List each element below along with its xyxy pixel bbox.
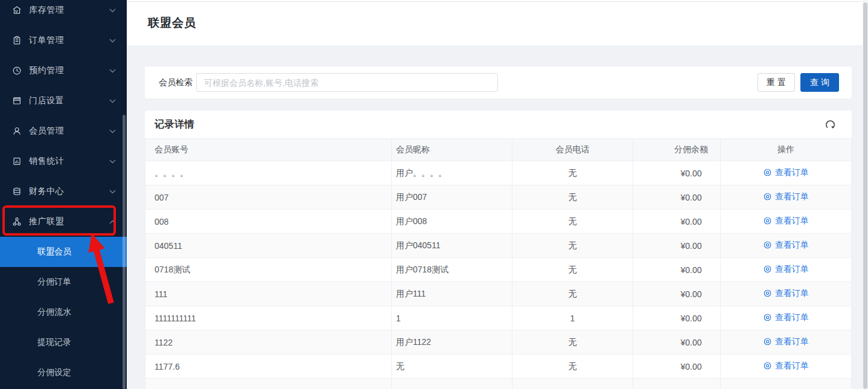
table-row-partial (145, 379, 852, 389)
cell-nickname: 1 (392, 306, 512, 330)
eye-icon (763, 240, 772, 249)
submenu-item-withdraw-records[interactable]: 提现记录 (0, 327, 127, 358)
search-card: 会员检索 重 置 查 询 (145, 66, 852, 98)
query-button[interactable]: 查 询 (800, 73, 839, 92)
column-header-action: 操作 (721, 139, 852, 161)
sidebar-item-members[interactable]: 会员管理 (0, 116, 127, 146)
cell-action: 查看订单 (721, 282, 852, 306)
sidebar-item-alliance[interactable]: 推广联盟 (0, 207, 127, 237)
finance-icon (12, 187, 22, 196)
chevron-down-icon (109, 69, 116, 73)
records-title: 记录详情 (155, 118, 194, 131)
view-orders-link[interactable]: 查看订单 (763, 288, 809, 299)
sidebar-item-inventory[interactable]: 库存管理 (0, 0, 127, 25)
alliance-icon (12, 217, 22, 227)
sidebar-item-sales-stats[interactable]: 销售统计 (0, 146, 127, 176)
content-area: 会员检索 重 置 查 询 记录详情 (127, 45, 868, 389)
eye-icon (763, 216, 772, 225)
search-label: 会员检索 (159, 77, 193, 88)
cell-balance: ¥0.00 (633, 234, 721, 258)
table-row: 1122 用户1122 无 ¥0.00 查看订单 (145, 330, 852, 355)
view-orders-label: 查看订单 (775, 312, 809, 323)
eye-icon (763, 265, 772, 274)
cell-balance: ¥0.00 (633, 210, 721, 234)
sidebar-item-store-settings[interactable]: 门店设置 (0, 86, 127, 116)
view-orders-link[interactable]: 查看订单 (763, 216, 809, 227)
view-orders-link[interactable]: 查看订单 (763, 264, 809, 275)
view-orders-link[interactable]: 查看订单 (763, 312, 809, 323)
view-orders-link[interactable]: 查看订单 (763, 167, 809, 178)
sidebar-item-label: 会员管理 (29, 126, 109, 137)
cell-action: 查看订单 (721, 185, 852, 210)
cell-nickname: 用户007 (392, 185, 512, 210)
view-orders-link[interactable]: 查看订单 (763, 361, 809, 371)
cell-balance: ¥0.00 (633, 258, 721, 282)
refresh-button[interactable] (823, 118, 837, 131)
cell-action: 查看订单 (721, 258, 852, 282)
sidebar-item-label: 库存管理 (29, 5, 109, 16)
member-search-input[interactable] (196, 73, 498, 92)
view-orders-label: 查看订单 (775, 191, 809, 202)
sidebar-item-label: 财务中心 (29, 186, 109, 197)
page-scrollbar[interactable] (863, 0, 868, 389)
eye-icon (763, 168, 772, 177)
view-orders-label: 查看订单 (775, 240, 809, 251)
cell-nickname: 用户008 (392, 210, 512, 234)
cell-account: 1177.6 (145, 355, 392, 379)
submenu-item-label: 联盟会员 (37, 246, 71, 257)
cell-balance: ¥0.00 (633, 185, 721, 210)
cell-action: 查看订单 (721, 330, 852, 355)
cell-phone: 无 (512, 330, 633, 355)
cell-action: 查看订单 (721, 210, 852, 234)
cell-phone: 1 (512, 306, 633, 330)
sidebar-item-label: 门店设置 (29, 95, 109, 106)
cell-phone: 无 (512, 185, 633, 210)
chevron-down-icon (109, 190, 116, 194)
table-row: 040511 用户040511 无 ¥0.00 查看订单 (145, 234, 852, 258)
submenu-item-label: 分佣设定 (37, 367, 71, 378)
sidebar-scrollbar-thumb[interactable] (123, 115, 126, 389)
sidebar-item-label: 预约管理 (29, 65, 109, 76)
table-row: 0718测试 用户0718测试 无 ¥0.00 查看订单 (145, 258, 852, 282)
top-divider (127, 1, 868, 2)
reset-button[interactable]: 重 置 (758, 73, 795, 92)
page-header: 联盟会员 (127, 0, 868, 45)
cell-account: 008 (145, 210, 392, 234)
cell-nickname: 用户040511 (392, 234, 512, 258)
chevron-down-icon (109, 99, 116, 103)
eye-icon (763, 289, 772, 298)
cell-account: 007 (145, 185, 392, 210)
column-header-nickname: 会员昵称 (392, 139, 512, 161)
cell-balance: ¥0.00 (633, 282, 721, 306)
records-table-body: 。。。。 用户。。。。 无 ¥0.00 查看订单 007 用户007 无 ¥0.… (145, 161, 852, 389)
cell-phone: 无 (512, 161, 633, 185)
table-header-row: 会员账号 会员昵称 会员电话 分佣余额 操作 (145, 139, 852, 161)
cell-account: 040511 (145, 234, 392, 258)
cell-balance: ¥0.00 (633, 355, 721, 379)
submenu-item-commission-settings[interactable]: 分佣设定 (0, 358, 127, 388)
sidebar-item-reservations[interactable]: 预约管理 (0, 56, 127, 86)
sidebar-item-orders[interactable]: 订单管理 (0, 25, 127, 56)
cell-nickname: 用户0718测试 (392, 258, 512, 282)
column-header-phone: 会员电话 (512, 139, 633, 161)
cell-balance: ¥0.00 (633, 306, 721, 330)
page-scrollbar-thumb[interactable] (863, 2, 867, 389)
cell-balance: ¥0.00 (633, 330, 721, 355)
table-row: 007 用户007 无 ¥0.00 查看订单 (145, 185, 852, 210)
submenu-item-commission-orders[interactable]: 分佣订单 (0, 267, 127, 297)
cell-account: 1111111111 (145, 306, 392, 330)
view-orders-link[interactable]: 查看订单 (763, 191, 809, 202)
clock-icon (12, 66, 22, 76)
submenu-item-commission-flow[interactable]: 分佣流水 (0, 297, 127, 327)
cell-account: 111 (145, 282, 392, 306)
sidebar-item-label: 订单管理 (29, 35, 109, 46)
eye-icon (763, 361, 772, 370)
submenu-item-alliance-members[interactable]: 联盟会员 (0, 237, 127, 267)
page-title: 联盟会员 (148, 15, 196, 31)
sidebar-submenu: 联盟会员 分佣订单 分佣流水 提现记录 分佣设定 (0, 237, 127, 388)
cell-account: 0718测试 (145, 258, 392, 282)
sidebar-item-finance[interactable]: 财务中心 (0, 176, 127, 207)
view-orders-link[interactable]: 查看订单 (763, 336, 809, 347)
view-orders-label: 查看订单 (775, 216, 809, 227)
view-orders-link[interactable]: 查看订单 (763, 240, 809, 251)
